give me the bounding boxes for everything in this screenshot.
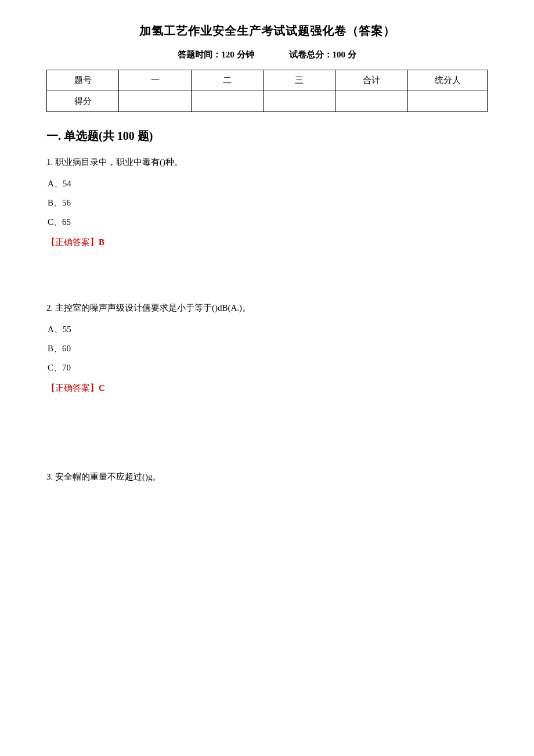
spacer-2 <box>46 423 488 446</box>
question-2-text: 2. 主控室的噪声声级设计值要求是小于等于()dB(A.)。 <box>46 300 488 316</box>
table-header-heji: 合计 <box>335 70 407 91</box>
subtitle-row: 答题时间：120 分钟 试卷总分：100 分 <box>46 49 488 60</box>
table-header-tihao: 题号 <box>47 70 119 91</box>
question-2: 2. 主控室的噪声声级设计值要求是小于等于()dB(A.)。 A、55 B、60… <box>46 300 488 394</box>
table-header-er: 二 <box>191 70 263 91</box>
question-1-option-a: A、54 <box>48 176 488 192</box>
table-header-tongfen: 统分人 <box>408 70 488 91</box>
question-2-option-b: B、60 <box>48 341 488 357</box>
question-1-answer: 【正确答案】B <box>46 237 488 248</box>
question-1: 1. 职业病目录中，职业中毒有()种。 A、54 B、56 C、65 【正确答案… <box>46 154 488 248</box>
question-1-text: 1. 职业病目录中，职业中毒有()种。 <box>46 154 488 170</box>
question-1-answer-label: 【正确答案】 <box>46 237 99 247</box>
table-header-row: 题号 一 二 三 合计 统分人 <box>47 70 488 91</box>
question-1-option-c: C、65 <box>48 214 488 230</box>
table-score-label: 得分 <box>47 91 119 112</box>
question-3: 3. 安全帽的重量不应超过()g。 <box>46 469 488 485</box>
subtitle-score: 试卷总分：100 分 <box>289 49 356 60</box>
question-2-option-c: C、70 <box>48 360 488 376</box>
question-2-answer-label: 【正确答案】 <box>46 383 99 393</box>
question-3-text: 3. 安全帽的重量不应超过()g。 <box>46 469 488 485</box>
score-table: 题号 一 二 三 合计 统分人 得分 <box>46 70 488 112</box>
table-score-er <box>191 91 263 112</box>
table-score-san <box>264 91 335 112</box>
question-2-answer-value: C <box>99 383 105 393</box>
question-1-answer-value: B <box>99 237 104 247</box>
table-header-san: 三 <box>264 70 335 91</box>
question-2-answer: 【正确答案】C <box>46 383 488 394</box>
spacer-3 <box>46 446 488 469</box>
question-2-option-a: A、55 <box>48 322 488 337</box>
table-score-heji <box>335 91 407 112</box>
table-score-tongfen <box>408 91 488 112</box>
question-1-option-b: B、56 <box>48 195 488 211</box>
spacer-1 <box>46 277 488 300</box>
page-title: 加氢工艺作业安全生产考试试题强化卷（答案） <box>46 23 488 39</box>
table-header-yi: 一 <box>119 70 191 91</box>
subtitle-time: 答题时间：120 分钟 <box>178 49 254 60</box>
table-score-row: 得分 <box>47 91 488 112</box>
table-score-yi <box>119 91 191 112</box>
section1-title: 一. 单选题(共 100 题) <box>46 128 488 144</box>
